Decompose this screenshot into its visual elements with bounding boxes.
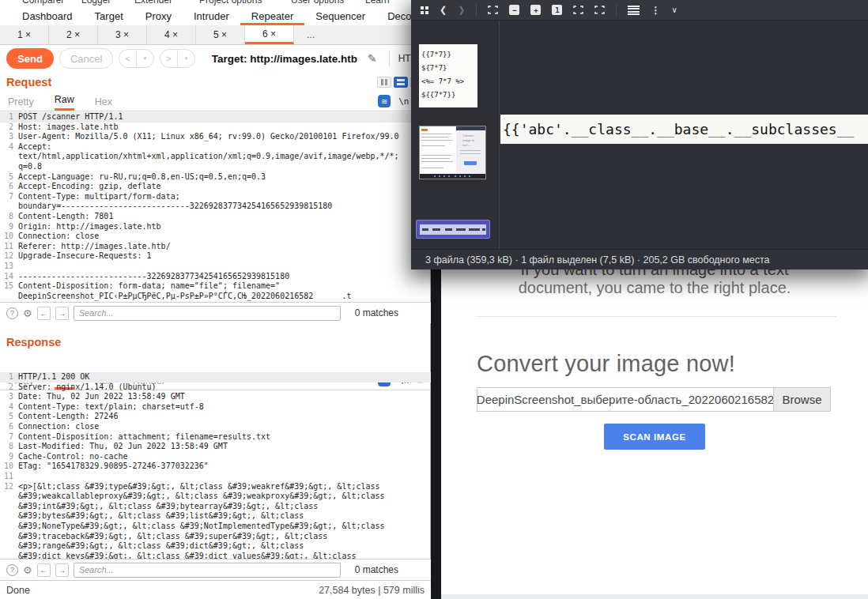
history-forward-button[interactable]: > ▾ xyxy=(160,49,195,68)
forward-icon[interactable]: ❯ xyxy=(458,5,465,15)
edit-target-icon[interactable]: ✎ xyxy=(368,52,377,65)
code-line: DeepinScreenshot_РІС‹Р±РµСЂРёС‚Рµ-РѕР±Р»… xyxy=(0,292,431,302)
browse-button[interactable]: Browse xyxy=(773,388,830,411)
next-match-button[interactable]: → xyxy=(55,307,69,320)
status-done: Done xyxy=(6,585,30,596)
repeater-tab-6[interactable]: 6 × xyxy=(245,25,294,44)
back-caret-icon[interactable]: ▾ xyxy=(137,50,153,67)
status-bytes-time: 27,584 bytes | 579 millis xyxy=(319,585,425,596)
zoom-out-icon[interactable]: − xyxy=(509,5,519,15)
gear-icon[interactable]: ⚙ xyxy=(23,307,32,319)
response-searchbar: ? ⚙ ← → 0 matches xyxy=(0,559,431,580)
request-view-tabs: Pretty Raw Hex ≋ \n ≡ xyxy=(0,92,431,111)
help-icon[interactable]: ? xyxy=(6,307,18,319)
tab-dashboard[interactable]: Dashboard xyxy=(11,7,84,25)
image-preview[interactable]: {{'abc'.__class__.__base__.__subclasses_… xyxy=(500,115,868,144)
layout-rows-button[interactable] xyxy=(394,77,408,88)
prev-match-button[interactable]: ← xyxy=(37,307,51,320)
repeater-tab-2[interactable]: 2 × xyxy=(49,25,98,44)
burp-menu-row: Dashboard Target Proxy Intruder Repeater… xyxy=(0,7,431,25)
response-search-input[interactable] xyxy=(74,563,341,578)
code-line: 5Accept-Language: ru-RU,ru;q=0.8,en-US;q… xyxy=(0,172,431,183)
kebab-menu-icon[interactable]: ⋮ xyxy=(651,5,660,16)
zoom-in-icon[interactable]: + xyxy=(530,5,541,15)
forward-caret-icon[interactable]: ▾ xyxy=(178,50,194,67)
viewer-toolbar: ❮ ❯ − + 1 ⋮ ∨ xyxy=(411,0,868,21)
tab-user-options[interactable]: User options xyxy=(291,0,344,6)
grid-view-icon[interactable] xyxy=(421,6,428,14)
prev-match-button[interactable]: ← xyxy=(37,563,51,577)
request-header: Request xyxy=(6,76,425,89)
thumb-right-pane: Convert image to text... xyxy=(456,126,485,175)
tab-logger[interactable]: Logger xyxy=(81,0,111,6)
code-line: 7Content-Type: multipart/form-data; xyxy=(0,192,431,202)
code-line: 12Upgrade-Insecure-Requests: 1 xyxy=(0,251,431,262)
request-tab-raw[interactable]: Raw xyxy=(55,94,74,111)
tab-intruder[interactable]: Intruder xyxy=(183,7,240,25)
response-title: Response xyxy=(6,336,425,348)
code-line: 6Accept-Encoding: gzip, deflate xyxy=(0,182,431,192)
tab-proxy[interactable]: Proxy xyxy=(134,7,183,25)
repeater-tab-4[interactable]: 4 × xyxy=(147,25,196,44)
scan-image-button[interactable]: SCAN IMAGE xyxy=(604,424,705,450)
back-icon[interactable]: ❮ xyxy=(440,5,447,15)
tab-target[interactable]: Target xyxy=(84,7,134,25)
page-divider xyxy=(477,316,836,317)
file-upload-control[interactable]: DeepinScreenshot_выберите-область_202206… xyxy=(477,387,831,412)
thumbnail-ssti-payloads[interactable]: {{7*7}} ${7*7} <%= 7*7 %> ${{7*7}} xyxy=(419,44,477,107)
request-searchbar: ? ⚙ ← → 0 matches xyxy=(0,302,431,323)
help-icon[interactable]: ? xyxy=(6,564,18,576)
code-line: 9Origin: http://images.late.htb xyxy=(0,222,431,232)
code-line: 4Content-Type: text/plain; charset=utf-8 xyxy=(0,402,431,413)
code-line: q=0.8 xyxy=(0,162,431,172)
layout-columns-button[interactable] xyxy=(377,77,391,88)
chevron-down-icon[interactable]: ∨ xyxy=(671,6,677,14)
next-match-button[interactable]: → xyxy=(55,563,69,577)
thumbnail-burp-screenshot[interactable]: Convert image to text... xyxy=(419,126,486,179)
code-line: &#39;int&#39;&gt;, &lt;class &#39;bytear… xyxy=(0,502,431,512)
code-line: 11 xyxy=(0,472,431,482)
fit-width-icon[interactable] xyxy=(594,6,605,14)
request-editor[interactable]: 1POST /scanner HTTP/1.12Host: images.lat… xyxy=(0,112,431,302)
response-editor[interactable]: 1HTTP/1.1 200 OK2Server: nginx/1.14.0 (U… xyxy=(0,372,431,559)
actual-size-icon[interactable]: 1 xyxy=(552,5,562,15)
fullscreen-icon[interactable] xyxy=(488,6,498,14)
repeater-tab-more[interactable]: ... xyxy=(294,25,327,44)
response-match-count: 0 matches xyxy=(355,564,398,575)
code-line: 2Server: nginx/1.14.0 (Ubuntu) xyxy=(0,382,431,393)
burp-repeater-window: Comparer Logger Extender Project options… xyxy=(0,0,431,599)
tab-learn[interactable]: Learn xyxy=(365,0,390,6)
forward-arrow-icon[interactable]: > xyxy=(160,50,178,67)
tab-project-options[interactable]: Project options xyxy=(199,0,262,6)
back-arrow-icon[interactable]: < xyxy=(119,50,137,67)
tab-sequencer[interactable]: Sequencer xyxy=(304,7,376,25)
repeater-tab-1[interactable]: 1 × xyxy=(0,25,49,44)
request-tab-pretty[interactable]: Pretty xyxy=(8,96,34,111)
viewer-statusbar: 3 файла (359,3 kB) · 1 файл выделен (7,5… xyxy=(411,249,868,269)
code-line: 8Last-Modified: Thu, 02 Jun 2022 13:58:4… xyxy=(0,442,431,452)
repeater-tab-strip: 1 × 2 × 3 × 4 × 5 × 6 × ... xyxy=(0,25,431,45)
tab-comparer[interactable]: Comparer xyxy=(22,0,64,6)
thumbnail-strip-selected[interactable] xyxy=(416,220,490,239)
code-line: &#39;dict_keys&#39;&gt;, &lt;class &#39;… xyxy=(0,552,431,559)
tab-extender[interactable]: Extender xyxy=(134,0,172,6)
thumb-taskbar xyxy=(420,174,485,179)
browser-bottom-strip xyxy=(441,594,868,599)
image-viewer-window: ❮ ❯ − + 1 ⋮ ∨ {{7*7}} ${7*7} <%= 7*7 %> … xyxy=(411,0,868,269)
repeater-tab-3[interactable]: 3 × xyxy=(98,25,147,44)
code-line: 6Connection: close xyxy=(0,422,431,432)
file-input-value[interactable]: DeepinScreenshot_выберите-область_202206… xyxy=(477,388,773,411)
gear-icon[interactable]: ⚙ xyxy=(23,564,32,576)
list-view-icon[interactable] xyxy=(628,6,640,15)
send-button[interactable]: Send xyxy=(6,48,54,69)
history-back-button[interactable]: < ▾ xyxy=(119,49,154,68)
cancel-button[interactable]: Cancel xyxy=(59,48,113,69)
tab-repeater[interactable]: Repeater xyxy=(240,7,304,25)
repeater-tab-5[interactable]: 5 × xyxy=(196,25,245,44)
fit-window-icon[interactable] xyxy=(573,6,583,14)
newline-icon[interactable]: \n xyxy=(398,96,409,107)
code-line: 3Date: Thu, 02 Jun 2022 13:58:49 GMT xyxy=(0,392,431,402)
wrap-icon[interactable]: ≋ xyxy=(378,95,391,107)
request-tab-hex[interactable]: Hex xyxy=(95,96,112,111)
request-search-input[interactable] xyxy=(74,306,341,321)
